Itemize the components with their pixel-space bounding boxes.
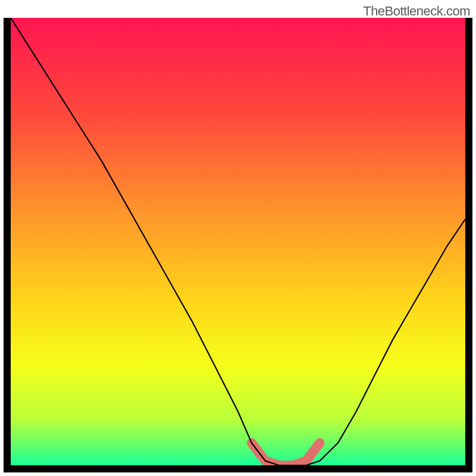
bottleneck-curve [11,18,465,465]
chart-container: TheBottleneck.com [0,0,476,476]
watermark-text: TheBottleneck.com [363,4,470,19]
plot-area [4,18,472,472]
